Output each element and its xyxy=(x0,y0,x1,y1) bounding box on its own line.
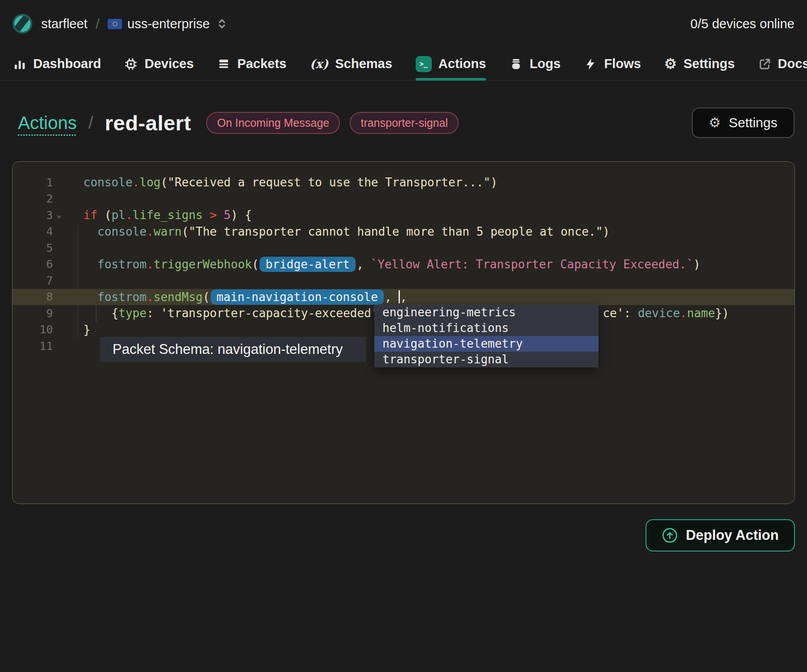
code-text: console.log("Received a request to use t… xyxy=(53,176,498,189)
gear-icon: ⚙ xyxy=(709,116,721,129)
badge: On Incoming Message xyxy=(206,112,340,134)
tab-dashboard[interactable]: Dashboard xyxy=(13,47,101,80)
line-number: 4 xyxy=(13,225,53,238)
code-line-1[interactable]: 1console.log("Received a request to use … xyxy=(13,174,794,191)
project-switcher-chevron-icon[interactable] xyxy=(216,17,228,30)
code-line-2[interactable]: 2 xyxy=(13,191,794,207)
autocomplete-dropdown: engineering-metricshelm-notificationsnav… xyxy=(374,305,599,367)
page-titlebar: Actions / red-alert On Incoming Messaget… xyxy=(0,81,807,138)
code-line-6[interactable]: 6 fostrom.triggerWebhook(bridge-alert, `… xyxy=(13,256,794,273)
docs-link[interactable]: Docs xyxy=(758,47,807,80)
actions-breadcrumb-link[interactable]: Actions xyxy=(18,113,77,133)
line-number: 1 xyxy=(13,176,53,189)
footer: Deploy Action xyxy=(0,504,807,551)
bolt-icon xyxy=(584,57,597,71)
tab-label: Schemas xyxy=(335,56,392,71)
tab-label: Flows xyxy=(604,56,641,71)
deploy-up-arrow-icon xyxy=(662,527,678,543)
tab-label: Settings xyxy=(683,56,734,71)
fold-chevron-icon[interactable]: ⌄ xyxy=(56,210,61,219)
app-logo-icon[interactable] xyxy=(13,14,32,34)
fx-icon: (x) xyxy=(310,57,329,71)
tab-label: Dashboard xyxy=(33,56,101,71)
docs-label: Docs xyxy=(778,56,807,71)
external-link-icon xyxy=(758,57,772,71)
device-status: 0/5 devices online xyxy=(690,17,794,31)
tab-actions[interactable]: >_Actions xyxy=(416,47,486,80)
project-breadcrumb[interactable]: uss-enterprise xyxy=(127,17,210,31)
bar-chart-icon xyxy=(13,57,26,71)
schema-tooltip: Packet Schema: navigation-telemetry xyxy=(100,337,366,362)
badge: transporter-signal xyxy=(350,112,459,134)
address-chip[interactable]: bridge-alert xyxy=(260,257,356,272)
title-separator: / xyxy=(88,113,93,133)
deploy-action-button[interactable]: Deploy Action xyxy=(646,519,795,551)
settings-button-label: Settings xyxy=(729,115,777,130)
line-number: 7 xyxy=(13,274,53,287)
line-number: 9 xyxy=(13,307,53,320)
main-nav: DashboardDevicesPackets(x)Schemas>_Actio… xyxy=(0,47,807,81)
app-header: starfleet / uss-enterprise 0/5 devices o… xyxy=(0,0,807,47)
tab-packets[interactable]: Packets xyxy=(217,47,286,80)
code-text: fostrom.triggerWebhook(bridge-alert, `Ye… xyxy=(53,257,700,272)
code-text: console.warn("The transporter cannot han… xyxy=(53,225,610,238)
badge-list: On Incoming Messagetransporter-signal xyxy=(206,112,459,134)
line-number: 3 xyxy=(13,209,53,222)
line-number: 10 xyxy=(13,323,53,336)
address-chip[interactable]: main-navigation-console xyxy=(211,289,384,305)
line-number: 8 xyxy=(13,290,53,303)
line-number: 6 xyxy=(13,258,53,271)
autocomplete-option[interactable]: engineering-metrics xyxy=(374,305,599,320)
tab-flows[interactable]: Flows xyxy=(584,47,641,80)
code-line-5[interactable]: 5 xyxy=(13,240,794,256)
line-number: 5 xyxy=(13,241,53,254)
autocomplete-option[interactable]: helm-notifications xyxy=(374,320,599,336)
deploy-button-label: Deploy Action xyxy=(686,527,779,543)
tab-schemas[interactable]: (x)Schemas xyxy=(310,47,392,80)
autocomplete-option[interactable]: navigation-telemetry xyxy=(374,336,599,352)
jar-icon xyxy=(509,57,523,71)
terminal-icon: >_ xyxy=(416,56,432,72)
gear-icon: ⚙ xyxy=(664,57,677,71)
code-text: } xyxy=(53,323,91,336)
tab-settings[interactable]: ⚙Settings xyxy=(664,47,735,80)
chip-icon xyxy=(124,57,138,71)
code-line-3[interactable]: 3⌄if (pl.life_signs > 5) { xyxy=(13,207,794,224)
action-settings-button[interactable]: ⚙ Settings xyxy=(692,108,794,138)
tab-label: Actions xyxy=(438,56,486,71)
code-editor[interactable]: 1console.log("Received a request to use … xyxy=(12,161,795,504)
line-number: 11 xyxy=(13,340,53,353)
code-line-7[interactable]: 7 xyxy=(13,272,794,289)
code-line-4[interactable]: 4 console.warn("The transporter cannot h… xyxy=(13,224,794,240)
tab-logs[interactable]: Logs xyxy=(509,47,560,80)
tab-label: Devices xyxy=(144,56,194,71)
code-line-8[interactable]: 8 fostrom.sendMsg(main-navigation-consol… xyxy=(13,289,794,306)
eu-flag-icon xyxy=(108,19,122,29)
tab-label: Packets xyxy=(237,56,286,71)
tab-devices[interactable]: Devices xyxy=(124,47,194,80)
schema-tooltip-text: Packet Schema: navigation-telemetry xyxy=(113,341,343,358)
autocomplete-option[interactable]: transporter-signal xyxy=(374,352,599,367)
org-breadcrumb[interactable]: starfleet xyxy=(41,17,87,31)
breadcrumb-separator: / xyxy=(95,16,100,32)
line-number: 2 xyxy=(13,192,53,205)
code-text: if (pl.life_signs > 5) { xyxy=(53,208,252,222)
tab-label: Logs xyxy=(529,56,560,71)
page-title: red-alert xyxy=(105,111,191,135)
stack-lines-icon xyxy=(217,57,230,71)
code-text: fostrom.sendMsg(main-navigation-console,… xyxy=(53,289,407,305)
